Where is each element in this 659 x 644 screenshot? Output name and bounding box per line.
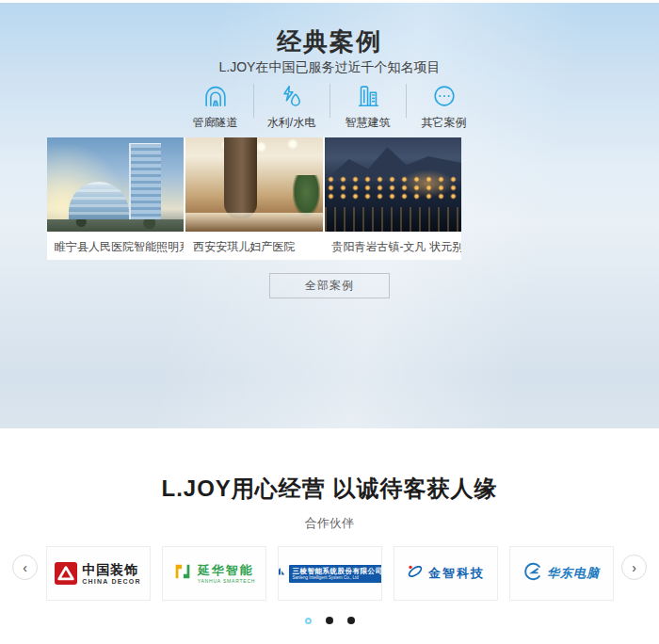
partner-subtext: CHINA DECOR: [82, 578, 140, 585]
carousel-pagination: [0, 617, 659, 624]
partner-subtext: YANHUA SMARTECH: [198, 578, 256, 584]
case-caption: 西安安琪儿妇产医院: [185, 232, 322, 260]
partners-section: L.JOY用心经营 以诚待客获人缘 合作伙伴 中国装饰 CHINA DECOR: [0, 428, 659, 644]
china-decor-logo: [55, 562, 77, 585]
partners-subtitle: 合作伙伴: [0, 515, 659, 532]
tab-other-cases[interactable]: 其它案例: [407, 82, 482, 131]
sanleng-logo: [278, 565, 286, 582]
carousel-prev-button[interactable]: ‹: [12, 555, 38, 580]
water-power-icon: [278, 82, 306, 110]
carousel-dot-1-active[interactable]: [305, 618, 312, 624]
yanhua-logo: [172, 561, 193, 586]
jinzhi-logo: [406, 562, 425, 585]
case-caption: 贵阳青岩古镇-文凡 状元别院: [325, 232, 461, 260]
partner-card-huadong[interactable]: 华东电脑: [509, 546, 614, 601]
tab-tunnel[interactable]: 管廊隧道: [178, 82, 253, 131]
carousel-dot-3[interactable]: [347, 617, 355, 624]
tab-label: 水利/水电: [267, 115, 315, 131]
partner-subtext: Sanleng Intelligent System Co., Ltd: [293, 575, 382, 581]
case-card-suining-hospital[interactable]: 睢宁县人民医院智能照明系统: [47, 137, 184, 260]
chevron-right-icon: ›: [632, 561, 636, 574]
hospital-interior-photo: [185, 137, 322, 232]
chevron-left-icon: ‹: [23, 561, 27, 574]
all-cases-button[interactable]: 全部案例: [269, 273, 390, 298]
more-cases-icon: [430, 82, 458, 110]
section-title: 经典案例: [0, 25, 659, 58]
smart-building-icon: [354, 82, 382, 110]
tunnel-icon: [201, 82, 230, 110]
hospital-building-day-photo: [47, 137, 184, 232]
classic-cases-section: 经典案例 L.JOY在中国已服务过近千个知名项目 管廊隧道: [0, 0, 659, 428]
partner-name: 三棱智能系统股份有限公司: [293, 568, 382, 575]
case-carousel: 睢宁县人民医院智能照明系统 西安安琪儿妇产医院 贵阳青岩古镇-文凡 状元别院: [47, 137, 461, 260]
partner-card-jinzhi[interactable]: 金智科技: [394, 546, 498, 601]
case-caption: 睢宁县人民医院智能照明系统: [47, 232, 184, 260]
partner-card-china-decor[interactable]: 中国装饰 CHINA DECOR: [46, 546, 151, 601]
case-category-tabs: 管廊隧道 水利/水电 智慧: [0, 82, 659, 131]
partner-card-sanleng[interactable]: 三棱智能系统股份有限公司 Sanleng Intelligent System …: [278, 546, 382, 601]
partner-name: 延华智能: [198, 564, 256, 576]
tab-label: 其它案例: [422, 115, 467, 131]
huadong-logo: [522, 561, 543, 586]
tab-water-power[interactable]: 水利/水电: [254, 82, 330, 131]
case-card-qingyan-town[interactable]: 贵阳青岩古镇-文凡 状元别院: [325, 137, 461, 260]
case-card-angel-hospital[interactable]: 西安安琪儿妇产医院: [185, 137, 322, 260]
carousel-next-button[interactable]: ›: [621, 555, 647, 580]
partner-logo-carousel: 中国装饰 CHINA DECOR 延华智能 YANHUA SMARTECH: [0, 546, 659, 601]
carousel-dot-2[interactable]: [326, 617, 333, 624]
tab-label: 智慧建筑: [346, 115, 391, 131]
partner-card-yanhua[interactable]: 延华智能 YANHUA SMARTECH: [162, 546, 266, 601]
partner-name: 中国装饰: [82, 563, 140, 576]
tab-label: 管廊隧道: [193, 115, 238, 131]
tab-smart-building[interactable]: 智慧建筑: [330, 82, 406, 131]
ancient-town-night-photo: [325, 137, 461, 232]
partner-name: 华东电脑: [547, 565, 600, 582]
section-subtitle: L.JOY在中国已服务过近千个知名项目: [0, 59, 659, 76]
partner-name: 金智科技: [428, 565, 485, 582]
partners-title: L.JOY用心经营 以诚待客获人缘: [0, 428, 659, 504]
